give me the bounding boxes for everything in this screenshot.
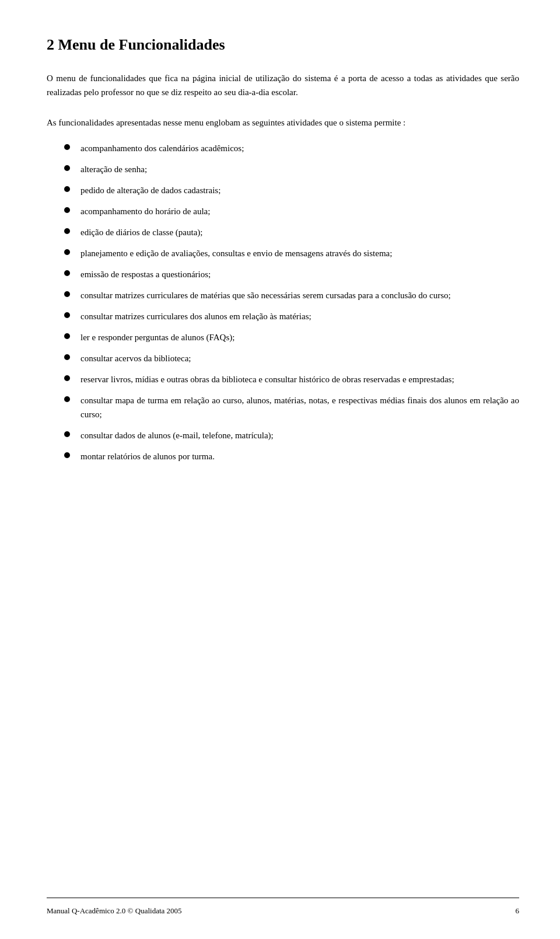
bullet-icon <box>64 228 70 234</box>
bullet-text: ler e responder perguntas de alunos (FAQ… <box>80 330 519 344</box>
bullet-text: edição de diários de classe (pauta); <box>80 225 519 239</box>
list-item: acompanhamento do horário de aula; <box>47 204 519 218</box>
bullet-icon <box>64 312 70 318</box>
list-item: consultar mapa de turma em relação ao cu… <box>47 393 519 421</box>
bullet-text: acompanhamento dos calendários acadêmico… <box>80 141 519 155</box>
bullet-icon <box>64 333 70 339</box>
page-title: 2 Menu de Funcionalidades <box>47 35 519 55</box>
intro-paragraph: O menu de funcionalidades que fica na pá… <box>47 71 519 99</box>
list-item: consultar matrizes curriculares de matér… <box>47 288 519 302</box>
list-item: montar relatórios de alunos por turma. <box>47 449 519 463</box>
footer-divider <box>47 898 519 898</box>
footer: Manual Q-Acadêmico 2.0 © Qualidata 2005 … <box>0 906 560 916</box>
bullet-text: consultar dados de alunos (e-mail, telef… <box>80 428 519 442</box>
bullet-text: acompanhamento do horário de aula; <box>80 204 519 218</box>
bullet-text: consultar matrizes curriculares dos alun… <box>80 309 519 323</box>
bullet-icon <box>64 186 70 192</box>
bullet-text: pedido de alteração de dados cadastrais; <box>80 183 519 197</box>
bullet-icon <box>64 144 70 150</box>
bullet-icon <box>64 270 70 276</box>
bullet-text: alteração de senha; <box>80 162 519 176</box>
list-item: consultar matrizes curriculares dos alun… <box>47 309 519 323</box>
list-item: emissão de respostas a questionários; <box>47 267 519 281</box>
bullet-text: planejamento e edição de avaliações, con… <box>80 246 519 260</box>
list-item: consultar dados de alunos (e-mail, telef… <box>47 428 519 442</box>
bullet-list: acompanhamento dos calendários acadêmico… <box>47 141 519 463</box>
list-item: ler e responder perguntas de alunos (FAQ… <box>47 330 519 344</box>
bullet-text: emissão de respostas a questionários; <box>80 267 519 281</box>
footer-left: Manual Q-Acadêmico 2.0 © Qualidata 2005 <box>47 906 182 916</box>
list-item: planejamento e edição de avaliações, con… <box>47 246 519 260</box>
bullet-icon <box>64 375 70 381</box>
list-item: alteração de senha; <box>47 162 519 176</box>
bullet-text: consultar acervos da biblioteca; <box>80 351 519 365</box>
bullet-text: consultar mapa de turma em relação ao cu… <box>80 393 519 421</box>
list-item: edição de diários de classe (pauta); <box>47 225 519 239</box>
bullet-icon <box>64 291 70 297</box>
footer-right: 6 <box>516 906 520 916</box>
section-intro: As funcionalidades apresentadas nesse me… <box>47 116 519 130</box>
bullet-icon <box>64 431 70 437</box>
list-item: reservar livros, mídias e outras obras d… <box>47 372 519 386</box>
bullet-icon <box>64 396 70 402</box>
bullet-icon <box>64 452 70 458</box>
bullet-icon <box>64 249 70 255</box>
bullet-icon <box>64 165 70 171</box>
bullet-icon <box>64 354 70 360</box>
bullet-icon <box>64 207 70 213</box>
list-item: acompanhamento dos calendários acadêmico… <box>47 141 519 155</box>
bullet-text: reservar livros, mídias e outras obras d… <box>80 372 519 386</box>
list-item: pedido de alteração de dados cadastrais; <box>47 183 519 197</box>
list-item: consultar acervos da biblioteca; <box>47 351 519 365</box>
bullet-text: consultar matrizes curriculares de matér… <box>80 288 519 302</box>
bullet-text: montar relatórios de alunos por turma. <box>80 449 519 463</box>
